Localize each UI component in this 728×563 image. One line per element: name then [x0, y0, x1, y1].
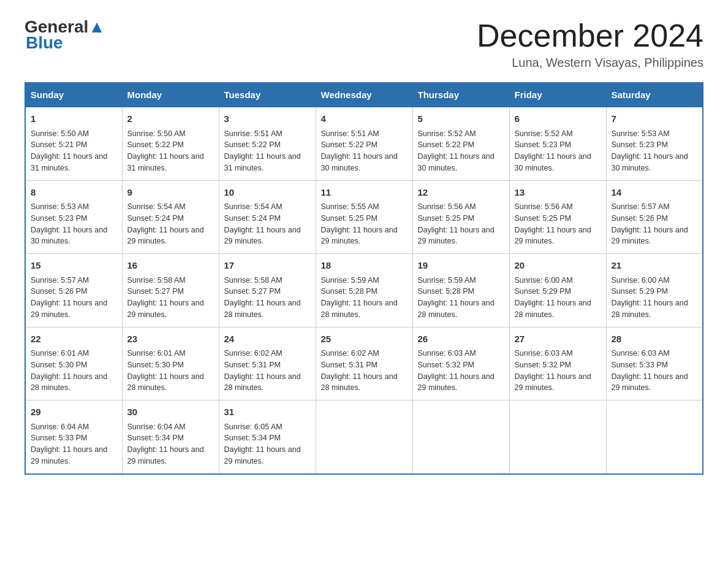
calendar-cell: [412, 400, 509, 474]
sunrise-info: Sunrise: 6:01 AM: [31, 349, 89, 358]
day-number: 31: [224, 405, 311, 419]
logo-sub: Blue: [25, 33, 63, 53]
calendar-cell: 22Sunrise: 6:01 AMSunset: 5:30 PMDayligh…: [25, 327, 122, 400]
sunrise-info: Sunrise: 5:56 AM: [515, 202, 573, 211]
sunrise-info: Sunrise: 5:50 AM: [127, 129, 186, 138]
weekday-header-sunday: Sunday: [25, 83, 122, 107]
day-number: 12: [418, 186, 504, 200]
sunrise-info: Sunrise: 6:03 AM: [515, 349, 573, 358]
daylight-info: Daylight: 11 hours and 31 minutes.: [31, 152, 107, 172]
sunrise-info: Sunrise: 5:58 AM: [224, 276, 282, 285]
daylight-info: Daylight: 11 hours and 28 minutes.: [31, 372, 107, 393]
day-number: 1: [31, 112, 117, 126]
sunset-info: Sunset: 5:34 PM: [224, 434, 281, 442]
daylight-info: Daylight: 11 hours and 28 minutes.: [127, 372, 204, 393]
daylight-info: Daylight: 11 hours and 30 minutes.: [515, 152, 591, 172]
daylight-info: Daylight: 11 hours and 29 minutes.: [418, 226, 495, 246]
day-number: 23: [127, 332, 214, 347]
sunrise-info: Sunrise: 6:02 AM: [224, 349, 282, 358]
sunrise-info: Sunrise: 6:00 AM: [612, 276, 670, 285]
weekday-header-saturday: Saturday: [606, 83, 703, 107]
sunrise-info: Sunrise: 5:53 AM: [31, 202, 89, 211]
day-number: 10: [224, 186, 311, 200]
day-number: 5: [418, 112, 504, 126]
calendar-table: SundayMondayTuesdayWednesdayThursdayFrid…: [25, 82, 703, 475]
sunset-info: Sunset: 5:31 PM: [321, 361, 377, 369]
daylight-info: Daylight: 11 hours and 30 minutes.: [321, 152, 398, 172]
daylight-info: Daylight: 11 hours and 29 minutes.: [127, 299, 204, 319]
sunset-info: Sunset: 5:22 PM: [321, 140, 377, 149]
sunrise-info: Sunrise: 5:56 AM: [418, 202, 476, 211]
day-number: 6: [515, 112, 601, 126]
calendar-week-row: 1Sunrise: 5:50 AMSunset: 5:21 PMDaylight…: [25, 107, 703, 180]
sunset-info: Sunset: 5:26 PM: [612, 214, 668, 223]
location-title: Luna, Western Visayas, Philippines: [477, 56, 703, 70]
calendar-week-row: 29Sunrise: 6:04 AMSunset: 5:33 PMDayligh…: [25, 400, 703, 474]
calendar-cell: 6Sunrise: 5:52 AMSunset: 5:23 PMDaylight…: [509, 107, 606, 180]
calendar-cell: 5Sunrise: 5:52 AMSunset: 5:22 PMDaylight…: [412, 107, 509, 180]
daylight-info: Daylight: 11 hours and 28 minutes.: [321, 299, 398, 319]
sunrise-info: Sunrise: 6:02 AM: [321, 349, 379, 358]
sunset-info: Sunset: 5:34 PM: [127, 434, 184, 442]
sunrise-info: Sunrise: 5:55 AM: [321, 202, 379, 211]
calendar-week-row: 15Sunrise: 5:57 AMSunset: 5:26 PMDayligh…: [25, 254, 703, 327]
sunset-info: Sunset: 5:32 PM: [418, 361, 474, 369]
daylight-info: Daylight: 11 hours and 29 minutes.: [224, 226, 301, 246]
sunrise-info: Sunrise: 6:00 AM: [515, 276, 573, 285]
calendar-cell: 15Sunrise: 5:57 AMSunset: 5:26 PMDayligh…: [25, 254, 122, 327]
calendar-cell: 19Sunrise: 5:59 AMSunset: 5:28 PMDayligh…: [412, 254, 509, 327]
calendar-week-row: 8Sunrise: 5:53 AMSunset: 5:23 PMDaylight…: [25, 180, 703, 254]
day-number: 7: [612, 112, 698, 126]
sunrise-info: Sunrise: 6:03 AM: [418, 349, 476, 358]
day-number: 22: [31, 332, 117, 347]
calendar-cell: 31Sunrise: 6:05 AMSunset: 5:34 PMDayligh…: [219, 400, 316, 474]
sunrise-info: Sunrise: 6:04 AM: [31, 423, 89, 431]
daylight-info: Daylight: 11 hours and 29 minutes.: [515, 372, 591, 393]
sunset-info: Sunset: 5:30 PM: [31, 361, 87, 369]
weekday-header-monday: Monday: [122, 83, 219, 107]
daylight-info: Daylight: 11 hours and 30 minutes.: [612, 152, 688, 172]
day-number: 4: [321, 112, 408, 126]
sunset-info: Sunset: 5:24 PM: [127, 214, 184, 223]
sunset-info: Sunset: 5:32 PM: [515, 361, 571, 369]
month-title: December 2024: [477, 18, 703, 53]
sunrise-info: Sunrise: 5:52 AM: [515, 129, 573, 138]
calendar-cell: 27Sunrise: 6:03 AMSunset: 5:32 PMDayligh…: [509, 327, 606, 400]
daylight-info: Daylight: 11 hours and 29 minutes.: [127, 226, 204, 246]
day-number: 14: [612, 186, 698, 200]
calendar-cell: 20Sunrise: 6:00 AMSunset: 5:29 PMDayligh…: [509, 254, 606, 327]
calendar-cell: [509, 400, 606, 474]
sunset-info: Sunset: 5:23 PM: [515, 140, 571, 149]
daylight-info: Daylight: 11 hours and 28 minutes.: [515, 299, 591, 319]
day-number: 8: [31, 186, 117, 200]
sunset-info: Sunset: 5:22 PM: [127, 140, 184, 149]
sunset-info: Sunset: 5:31 PM: [224, 361, 281, 369]
calendar-cell: 23Sunrise: 6:01 AMSunset: 5:30 PMDayligh…: [122, 327, 219, 400]
daylight-info: Daylight: 11 hours and 29 minutes.: [418, 372, 495, 393]
calendar-week-row: 22Sunrise: 6:01 AMSunset: 5:30 PMDayligh…: [25, 327, 703, 400]
logo: General▲ Blue: [25, 18, 105, 53]
calendar-cell: 25Sunrise: 6:02 AMSunset: 5:31 PMDayligh…: [316, 327, 412, 400]
calendar-cell: 2Sunrise: 5:50 AMSunset: 5:22 PMDaylight…: [122, 107, 219, 180]
day-number: 24: [224, 332, 311, 347]
calendar-cell: 8Sunrise: 5:53 AMSunset: 5:23 PMDaylight…: [25, 180, 122, 254]
day-number: 20: [515, 259, 601, 273]
sunset-info: Sunset: 5:25 PM: [515, 214, 571, 223]
daylight-info: Daylight: 11 hours and 28 minutes.: [224, 299, 301, 319]
day-number: 18: [321, 259, 408, 273]
sunrise-info: Sunrise: 5:59 AM: [418, 276, 476, 285]
calendar-cell: 21Sunrise: 6:00 AMSunset: 5:29 PMDayligh…: [606, 254, 703, 327]
sunset-info: Sunset: 5:33 PM: [31, 434, 87, 442]
daylight-info: Daylight: 11 hours and 29 minutes.: [612, 226, 688, 246]
daylight-info: Daylight: 11 hours and 28 minutes.: [321, 372, 398, 393]
daylight-info: Daylight: 11 hours and 29 minutes.: [321, 226, 398, 246]
sunrise-info: Sunrise: 6:03 AM: [612, 349, 670, 358]
day-number: 3: [224, 112, 311, 126]
sunset-info: Sunset: 5:22 PM: [418, 140, 474, 149]
sunrise-info: Sunrise: 6:01 AM: [127, 349, 186, 358]
day-number: 16: [127, 259, 214, 273]
sunset-info: Sunset: 5:25 PM: [321, 214, 377, 223]
calendar-cell: 1Sunrise: 5:50 AMSunset: 5:21 PMDaylight…: [25, 107, 122, 180]
weekday-header-wednesday: Wednesday: [316, 83, 412, 107]
logo-blue-text: ▲: [88, 17, 105, 36]
